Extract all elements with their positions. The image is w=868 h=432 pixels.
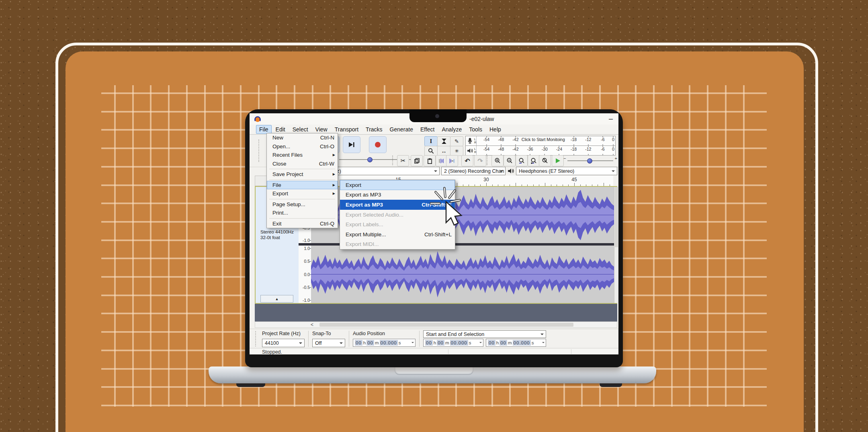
snap-to-select[interactable]: Off xyxy=(312,339,345,347)
microphone-icon xyxy=(467,137,473,145)
minimize-button[interactable]: – xyxy=(609,115,613,123)
time-unit: s xyxy=(532,340,534,345)
vertical-scrollbar[interactable] xyxy=(614,187,618,303)
meter-tick xyxy=(545,146,545,147)
playback-meter[interactable]: LR -54-48-42-36-30-24-18-12-60 xyxy=(465,145,616,156)
meter-tick xyxy=(486,146,487,147)
menubar-item-effect[interactable]: Effect xyxy=(417,125,438,134)
play-speed-slider[interactable]: −+ xyxy=(563,156,618,165)
window-title: -e02-ulaw xyxy=(469,116,494,122)
meter-scale-number: -6 xyxy=(601,137,604,142)
fit-project-button[interactable] xyxy=(528,155,540,166)
horizontal-scrollbar[interactable]: < xyxy=(255,321,617,328)
meter-scale-number: -18 xyxy=(571,147,577,152)
recording-channels-select[interactable]: 2 (Stereo) Recording Chan xyxy=(441,167,506,175)
copy-button[interactable] xyxy=(411,155,423,166)
meter-scale-number: -54 xyxy=(483,147,489,152)
selection-tool[interactable]: I xyxy=(424,136,438,146)
draw-tool[interactable]: ✎ xyxy=(450,136,463,146)
recording-meter[interactable]: LR -54-48-42-18-12-60Click to Start Moni… xyxy=(465,136,616,146)
scroll-left-arrow-icon[interactable]: < xyxy=(311,322,313,328)
submenu-arrow-icon: ▶ xyxy=(333,192,335,195)
timeshift-tool[interactable]: ↔ xyxy=(437,146,450,156)
silence-audio-button[interactable] xyxy=(446,155,458,166)
selection-start-field[interactable]: 00h00m00.000s xyxy=(423,339,483,347)
horizontal-scroll-thumb[interactable] xyxy=(319,323,573,327)
time-digits: 00.000 xyxy=(380,340,398,346)
meter-tick xyxy=(602,154,603,155)
menubar-item-file[interactable]: File xyxy=(256,125,272,134)
amp-label: 0.5 xyxy=(304,259,310,264)
track-format-line2: 32-0t foat xyxy=(260,235,280,240)
menu-item-label: Exit xyxy=(272,221,313,227)
file-menu-item-page-setup[interactable]: Page Setup... xyxy=(267,200,338,209)
file-menu-item-open[interactable]: Open...Ctrl-O xyxy=(267,142,338,151)
paste-button[interactable] xyxy=(424,155,436,166)
submenu-arrow-icon: ▶ xyxy=(333,153,335,157)
play-at-speed-button[interactable] xyxy=(552,155,564,166)
amp-label: 1.0 xyxy=(304,246,310,251)
zoom-selection-button[interactable] xyxy=(516,155,528,166)
file-menu-item-print[interactable]: Print... xyxy=(267,209,338,217)
zoom-tool[interactable] xyxy=(424,146,438,156)
menubar-item-analyze[interactable]: Analyze xyxy=(439,125,465,134)
zoom-toggle-button[interactable] xyxy=(539,155,551,166)
selection-end-field[interactable]: 00h00m00.000s xyxy=(486,339,546,347)
meter-scale-number: -48 xyxy=(498,137,504,142)
envelope-tool[interactable] xyxy=(437,136,450,146)
audio-position-field[interactable]: 00h00m00.000s xyxy=(353,339,416,347)
menubar-item-select[interactable]: Select xyxy=(289,125,311,134)
menubar-item-tools[interactable]: Tools xyxy=(466,125,485,134)
track-collapse-button[interactable]: ▲ xyxy=(260,295,293,303)
camera-icon xyxy=(435,114,439,118)
menubar-item-tracks[interactable]: Tracks xyxy=(362,125,385,134)
time-digits: 00 xyxy=(366,340,374,346)
audacity-logo-icon xyxy=(254,115,262,123)
toolbar-grip[interactable] xyxy=(255,331,258,346)
ruler-tick xyxy=(486,183,487,186)
export-menu-item-export-midi: Export MIDI... xyxy=(340,240,455,250)
toolbar-grip[interactable] xyxy=(258,139,261,162)
playback-device-select[interactable]: Heedphones (E7 Stereo) xyxy=(516,167,617,175)
toolbar-grip[interactable] xyxy=(487,156,489,165)
menu-item-label: Print... xyxy=(272,210,334,216)
file-menu-item-file[interactable]: File▶ xyxy=(267,181,338,190)
toolbar-grip[interactable] xyxy=(392,156,395,165)
meter-scale-number: -48 xyxy=(498,147,504,152)
record-button[interactable] xyxy=(369,136,387,153)
zoom-in-button[interactable] xyxy=(491,155,504,166)
file-menu-item-exit[interactable]: ExitCtrl-Q xyxy=(267,219,338,228)
selection-mode-select[interactable]: Start and End of Selection xyxy=(423,330,546,338)
project-rate-select[interactable]: 44100 xyxy=(262,339,305,347)
menubar-item-help[interactable]: Help xyxy=(486,125,504,134)
undo-button[interactable]: ↶ xyxy=(461,155,473,166)
menubar-item-generate[interactable]: Generate xyxy=(387,125,416,134)
file-menu-item-save-project[interactable]: Save Project▶ xyxy=(267,170,338,179)
menubar-item-edit[interactable]: Edit xyxy=(272,125,289,134)
file-menu-item-close[interactable]: CloseCtrl-W xyxy=(267,160,338,168)
skip-end-button[interactable] xyxy=(343,136,360,153)
redo-button[interactable]: ↷ xyxy=(474,155,486,166)
file-menu-item-export[interactable]: Export▶ xyxy=(267,189,338,198)
menubar-item-transport[interactable]: Transport xyxy=(332,125,362,134)
zoom-out-button[interactable] xyxy=(504,155,516,166)
menu-separator xyxy=(269,218,335,219)
ruler-tick xyxy=(545,183,545,186)
meter-scale-number: -18 xyxy=(571,137,577,142)
menu-item-shortcut: Ctrl-N xyxy=(320,135,334,141)
status-bar: Stopped. xyxy=(250,348,618,354)
meter-tick xyxy=(613,146,613,147)
file-menu-item-new[interactable]: NewCtrl-N xyxy=(267,133,338,142)
menu-separator xyxy=(269,199,335,199)
waveform-channel-2[interactable] xyxy=(311,246,614,303)
time-unit: m xyxy=(445,340,449,345)
time-unit: h xyxy=(496,340,499,345)
cut-button[interactable]: ✂ xyxy=(397,155,409,166)
playback-speaker-icon xyxy=(507,167,514,175)
menu-item-label: Export as MP3 xyxy=(346,202,414,208)
file-menu-item-recent-files[interactable]: Recent Files▶ xyxy=(267,151,338,160)
menu-item-label: File xyxy=(272,182,334,188)
multi-tool[interactable]: ✳ xyxy=(450,146,463,156)
amp-label: -0.5 xyxy=(303,285,310,290)
menubar-item-view[interactable]: View xyxy=(312,125,331,134)
